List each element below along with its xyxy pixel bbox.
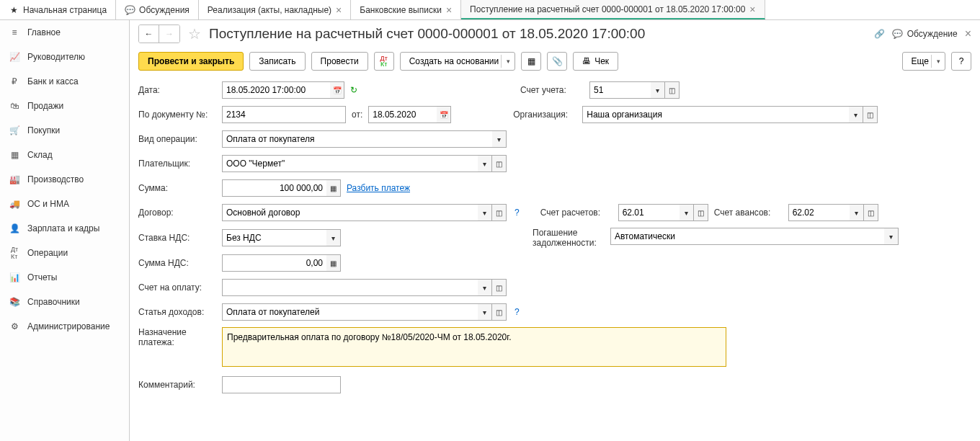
invoice-input[interactable]	[222, 279, 478, 296]
sidebar-item-payroll[interactable]: 👤Зарплата и кадры	[0, 216, 129, 241]
dropdown-icon[interactable]: ▾	[651, 81, 665, 99]
sidebar-item-reports[interactable]: 📊Отчеты	[0, 265, 129, 290]
debt-input[interactable]	[610, 228, 884, 245]
close-icon[interactable]: ×	[749, 4, 755, 15]
discuss-link[interactable]: 💬 Обсуждение	[892, 29, 958, 39]
dropdown-icon[interactable]: ▾	[478, 155, 492, 172]
contract-input[interactable]	[222, 204, 478, 221]
sum-input[interactable]	[222, 179, 326, 197]
sidebar-item-main[interactable]: ≡Главное	[0, 20, 129, 45]
vat-rate-input[interactable]	[222, 229, 326, 246]
bag-icon: 🛍	[9, 100, 20, 112]
layout-button[interactable]: ▦	[521, 52, 541, 71]
sidebar-item-sales[interactable]: 🛍Продажи	[0, 94, 129, 118]
back-button[interactable]: ←	[139, 25, 159, 43]
sidebar-item-production[interactable]: 🏭Производство	[0, 167, 129, 192]
dropdown-icon[interactable]: ▾	[884, 228, 899, 245]
factory-icon: 🏭	[9, 174, 20, 185]
sidebar-item-refs[interactable]: 📚Справочники	[0, 290, 129, 314]
tab-bank[interactable]: Банковские выписки ×	[351, 0, 461, 19]
calc-acc-input[interactable]	[618, 204, 680, 221]
account-label: Счет учета:	[520, 85, 584, 95]
help-icon[interactable]: ?	[512, 307, 522, 317]
tab-realization[interactable]: Реализация (акты, накладные) ×	[199, 0, 351, 19]
calendar-icon[interactable]: 📅	[330, 81, 344, 99]
titlebar: ← → ☆ Поступление на расчетный счет 0000…	[130, 20, 980, 48]
open-icon[interactable]: ◫	[492, 155, 507, 172]
tab-receipt[interactable]: Поступление на расчетный счет 0000-00000…	[461, 0, 765, 19]
tab-discuss[interactable]: 💬 Обсуждения	[116, 0, 199, 19]
sidebar-label: Продажи	[27, 101, 63, 111]
close-icon[interactable]: ×	[965, 27, 971, 40]
sidebar-item-admin[interactable]: ⚙Администрирование	[0, 314, 129, 339]
open-icon[interactable]: ◫	[492, 303, 507, 321]
dropdown-icon[interactable]: ▾	[326, 229, 341, 246]
income-label: Статья доходов:	[138, 307, 216, 317]
calc-icon[interactable]: ▦	[326, 179, 341, 197]
adv-acc-input[interactable]	[788, 204, 850, 221]
open-icon[interactable]: ◫	[694, 204, 708, 221]
more-button[interactable]: Еще	[902, 52, 945, 71]
check-button[interactable]: 🖶Чек	[573, 52, 618, 71]
sidebar-label: Справочники	[27, 297, 80, 307]
sidebar-item-warehouse[interactable]: ▦Склад	[0, 143, 129, 167]
comment-input[interactable]	[222, 376, 341, 393]
date-input[interactable]	[222, 81, 330, 99]
dropdown-icon[interactable]: ▾	[492, 130, 507, 148]
sidebar-item-operations[interactable]: ДтКтОперации	[0, 241, 129, 265]
open-icon[interactable]: ◫	[492, 204, 507, 221]
calc-icon[interactable]: ▦	[326, 254, 341, 272]
books-icon: 📚	[9, 296, 20, 308]
dtkt-button[interactable]: ДтКт	[374, 52, 394, 71]
post-button[interactable]: Провести	[311, 52, 368, 71]
write-button[interactable]: Записать	[249, 52, 305, 71]
tabs-bar: ★ Начальная страница 💬 Обсуждения Реализ…	[0, 0, 980, 20]
help-icon[interactable]: ?	[512, 208, 522, 218]
sidebar-item-manager[interactable]: 📈Руководителю	[0, 45, 129, 69]
help-button[interactable]: ?	[951, 52, 971, 71]
doc-from-input[interactable]	[368, 106, 437, 123]
split-payment-link[interactable]: Разбить платеж	[347, 183, 410, 193]
open-icon[interactable]: ◫	[492, 279, 507, 296]
refresh-icon[interactable]: ↻	[350, 85, 357, 95]
open-icon[interactable]: ◫	[665, 81, 680, 99]
chart-icon: 📈	[9, 51, 20, 63]
income-input[interactable]	[222, 303, 478, 321]
sidebar-item-purchases[interactable]: 🛒Покупки	[0, 118, 129, 143]
attach-button[interactable]: 📎	[547, 52, 567, 71]
open-icon[interactable]: ◫	[863, 106, 878, 123]
dropdown-icon[interactable]: ▾	[478, 279, 492, 296]
bars-icon: 📊	[9, 272, 20, 283]
dropdown-icon[interactable]: ▾	[680, 204, 694, 221]
open-icon[interactable]: ◫	[864, 204, 878, 221]
contract-label: Договор:	[138, 208, 216, 218]
truck-icon: 🚚	[9, 198, 20, 210]
close-icon[interactable]: ×	[446, 4, 452, 16]
dropdown-icon[interactable]: ▾	[478, 204, 492, 221]
close-icon[interactable]: ×	[336, 4, 342, 16]
dropdown-icon[interactable]: ▾	[478, 303, 492, 321]
account-input[interactable]	[589, 81, 651, 99]
sidebar-item-bank[interactable]: ₽Банк и касса	[0, 69, 129, 94]
op-type-input[interactable]	[222, 130, 492, 148]
doc-num-input[interactable]	[222, 106, 346, 123]
vat-sum-input[interactable]	[222, 254, 326, 272]
dropdown-icon[interactable]: ▾	[850, 204, 864, 221]
main: ← → ☆ Поступление на расчетный счет 0000…	[130, 20, 980, 441]
favorite-button[interactable]: ☆	[186, 25, 203, 43]
create-based-button[interactable]: Создать на основании	[400, 52, 516, 71]
org-input[interactable]	[582, 106, 849, 123]
dropdown-icon[interactable]: ▾	[849, 106, 863, 123]
post-and-close-button[interactable]: Провести и закрыть	[138, 52, 244, 71]
calendar-icon[interactable]: 📅	[437, 106, 451, 123]
sidebar-item-assets[interactable]: 🚚ОС и НМА	[0, 192, 129, 216]
form: Дата: 📅 ↻ Счет учета: ▾ ◫ По доку	[130, 78, 980, 403]
tab-start[interactable]: ★ Начальная страница	[0, 0, 116, 19]
payer-input[interactable]	[222, 155, 478, 172]
link-icon[interactable]: 🔗	[874, 29, 885, 39]
tab-label: Обсуждения	[139, 5, 190, 15]
forward-button[interactable]: →	[159, 25, 179, 43]
chat-icon: 💬	[125, 5, 135, 15]
purpose-textarea[interactable]	[222, 327, 726, 367]
menu-icon: ≡	[9, 27, 20, 38]
